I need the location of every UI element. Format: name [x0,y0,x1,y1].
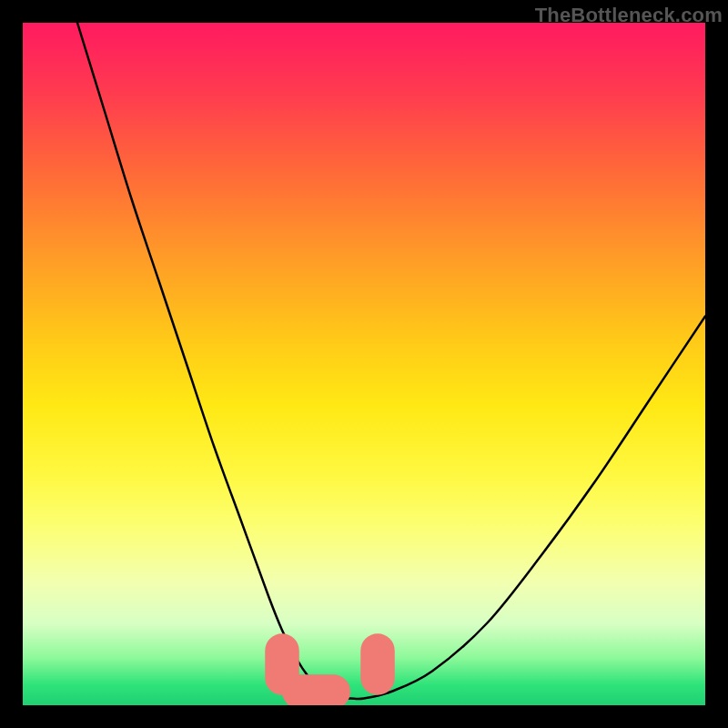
bottleneck-curve [77,23,705,699]
chart-stage: TheBottleneck.com [0,0,728,728]
floor-markers [265,633,395,705]
curve-layer [23,23,705,705]
source-watermark: TheBottleneck.com [535,4,723,27]
plot-outer-border [23,23,705,705]
floor-marker-right [360,633,395,695]
floor-marker-mid [282,674,350,705]
